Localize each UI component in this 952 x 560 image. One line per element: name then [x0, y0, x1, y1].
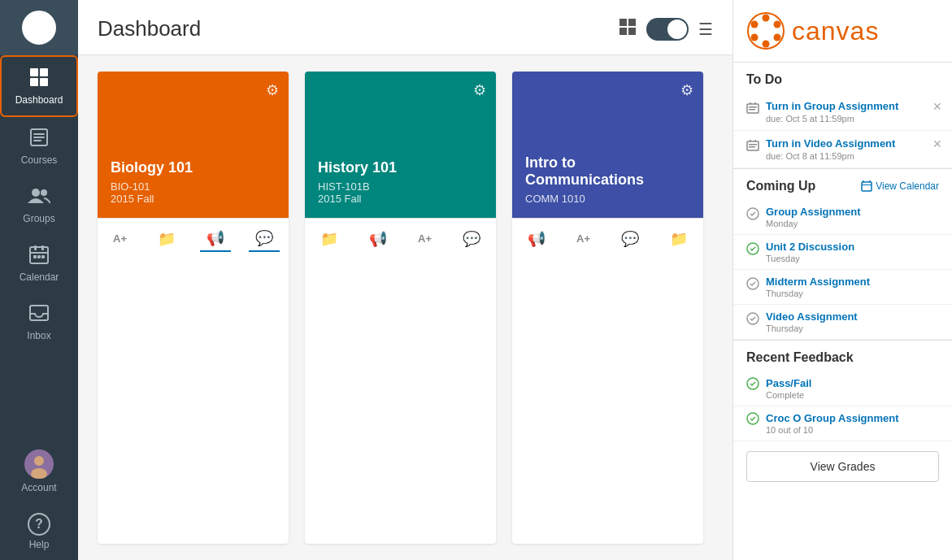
coming-link-1[interactable]: Unit 2 Discussion	[766, 241, 939, 253]
coming-item-0: Group Assignment Monday	[733, 200, 952, 235]
todo-content-1: Turn in Video Assignment due: Oct 8 at 1…	[766, 137, 939, 161]
coming-item-1: Unit 2 Discussion Tuesday	[733, 235, 952, 270]
announce-icon-history[interactable]: 📢	[363, 227, 393, 251]
card-header-biology: ⚙ Biology 101 BIO-101 2015 Fall	[98, 72, 289, 218]
svg-rect-40	[749, 106, 757, 108]
card-title-biology: Biology 101	[111, 159, 276, 177]
card-gear-history[interactable]: ⚙	[473, 81, 486, 99]
svg-rect-42	[747, 141, 759, 150]
card-footer-comm: 📢 A+ 💬 📁	[512, 218, 703, 258]
sidebar-item-courses[interactable]: Courses	[0, 117, 78, 176]
todo-content-0: Turn in Group Assignment due: Oct 5 at 1…	[766, 100, 939, 124]
menu-icon[interactable]: ☰	[698, 20, 713, 39]
sidebar-logo	[0, 0, 78, 55]
svg-rect-31	[628, 28, 636, 35]
card-header-history: ⚙ History 101 HIST-101B 2015 Fall	[305, 72, 496, 218]
svg-rect-8	[40, 68, 48, 76]
coming-link-0[interactable]: Group Assignment	[766, 206, 939, 218]
discuss-icon-history[interactable]: 💬	[456, 227, 487, 251]
folder-icon-history[interactable]: 📁	[314, 227, 345, 251]
folder-icon-biology[interactable]: 📁	[151, 227, 182, 251]
sidebar-item-dashboard[interactable]: Dashboard	[0, 55, 78, 117]
coming-content-0: Group Assignment Monday	[766, 206, 939, 228]
svg-rect-7	[30, 68, 38, 76]
svg-point-4	[36, 36, 42, 42]
todo-assignment-icon-1	[746, 139, 759, 155]
sidebar-item-account[interactable]: Account	[0, 440, 78, 503]
todo-link-0[interactable]: Turn in Group Assignment	[766, 100, 939, 112]
svg-rect-20	[30, 252, 48, 254]
grid-view-icon[interactable]	[619, 18, 637, 40]
todo-due-0: due: Oct 5 at 11:59pm	[766, 114, 939, 124]
help-icon: ?	[28, 513, 50, 536]
grades-icon-comm[interactable]: A+	[570, 229, 597, 248]
discuss-icon-biology[interactable]: 💬	[249, 226, 280, 252]
svg-rect-9	[30, 78, 38, 86]
dashboard-icon	[28, 67, 50, 91]
todo-item-0: Turn in Group Assignment due: Oct 5 at 1…	[733, 93, 952, 131]
view-calendar-btn[interactable]: View Calendar	[861, 180, 939, 192]
right-sidebar: canvas To Do Turn in Group Assignment du…	[732, 0, 952, 560]
grades-icon-biology[interactable]: A+	[107, 229, 133, 248]
svg-rect-10	[40, 78, 48, 86]
discuss-icon-comm[interactable]: 💬	[615, 227, 646, 251]
svg-point-26	[34, 456, 44, 466]
feedback-content-0: Pass/Fail Complete	[766, 377, 939, 400]
svg-rect-29	[628, 19, 636, 26]
svg-point-36	[763, 41, 770, 48]
view-grades-button[interactable]: View Grades	[746, 451, 939, 482]
svg-rect-44	[749, 146, 755, 148]
svg-rect-43	[749, 144, 757, 145]
feedback-item-0: Pass/Fail Complete	[733, 371, 952, 406]
svg-point-1	[36, 15, 42, 21]
card-title-comm: Intro to Communications	[525, 154, 690, 189]
svg-rect-19	[41, 245, 44, 250]
coming-check-icon-0	[746, 207, 759, 224]
feedback-link-1[interactable]: Croc O Group Assignment	[766, 412, 939, 424]
sidebar-item-calendar[interactable]: Calendar	[0, 234, 78, 293]
sidebar-item-groups[interactable]: Groups	[0, 176, 78, 234]
feedback-sub-0: Complete	[766, 390, 939, 400]
grades-icon-history[interactable]: A+	[411, 229, 438, 248]
svg-point-38	[751, 21, 759, 28]
announce-icon-comm[interactable]: 📢	[521, 227, 552, 251]
card-code-history: HIST-101B 2015 Fall	[318, 180, 483, 205]
todo-due-1: due: Oct 8 at 11:59pm	[766, 151, 939, 161]
coming-day-3: Thursday	[766, 323, 939, 333]
card-title-history: History 101	[318, 159, 483, 177]
card-gear-comm[interactable]: ⚙	[680, 81, 693, 99]
cards-area: ⚙ Biology 101 BIO-101 2015 Fall A+ 📁 📢 💬…	[78, 55, 732, 560]
svg-point-6	[26, 20, 33, 27]
svg-point-33	[763, 15, 770, 22]
todo-close-1[interactable]: ✕	[932, 137, 942, 150]
groups-icon	[28, 185, 50, 210]
feedback-link-0[interactable]: Pass/Fail	[766, 377, 939, 389]
courses-icon	[28, 127, 50, 151]
sidebar-item-inbox[interactable]: Inbox	[0, 293, 78, 351]
card-footer-history: 📁 📢 A+ 💬	[305, 218, 496, 258]
svg-point-3	[46, 30, 52, 37]
card-gear-biology[interactable]: ⚙	[266, 81, 279, 99]
todo-close-0[interactable]: ✕	[932, 100, 942, 113]
view-toggle-switch[interactable]	[646, 18, 689, 41]
inbox-icon	[28, 302, 50, 327]
coming-link-2[interactable]: Midterm Assignment	[766, 276, 939, 288]
coming-link-3[interactable]: Video Assignment	[766, 310, 939, 323]
feedback-content-1: Croc O Group Assignment 10 out of 10	[766, 412, 939, 435]
sidebar-item-help[interactable]: ? Help	[0, 503, 78, 560]
todo-link-1[interactable]: Turn in Video Assignment	[766, 137, 939, 150]
card-code-comm: COMM 1010	[525, 193, 690, 205]
announce-icon-biology[interactable]: 📢	[200, 226, 231, 252]
sidebar-help-label: Help	[29, 539, 50, 550]
canvas-brand: canvas	[733, 0, 952, 63]
svg-rect-14	[33, 140, 41, 141]
todo-title: To Do	[733, 63, 952, 93]
coming-day-1: Tuesday	[766, 254, 939, 263]
sidebar-item-courses-label: Courses	[21, 154, 58, 166]
header-controls: ☰	[619, 18, 713, 41]
card-header-comm: ⚙ Intro to Communications COMM 1010	[512, 72, 703, 218]
svg-point-15	[32, 189, 40, 197]
coming-up-header: Coming Up View Calendar	[733, 168, 952, 200]
main-area: Dashboard ☰ ⚙ Biology 101	[78, 0, 732, 560]
folder-icon-comm[interactable]: 📁	[663, 227, 694, 251]
